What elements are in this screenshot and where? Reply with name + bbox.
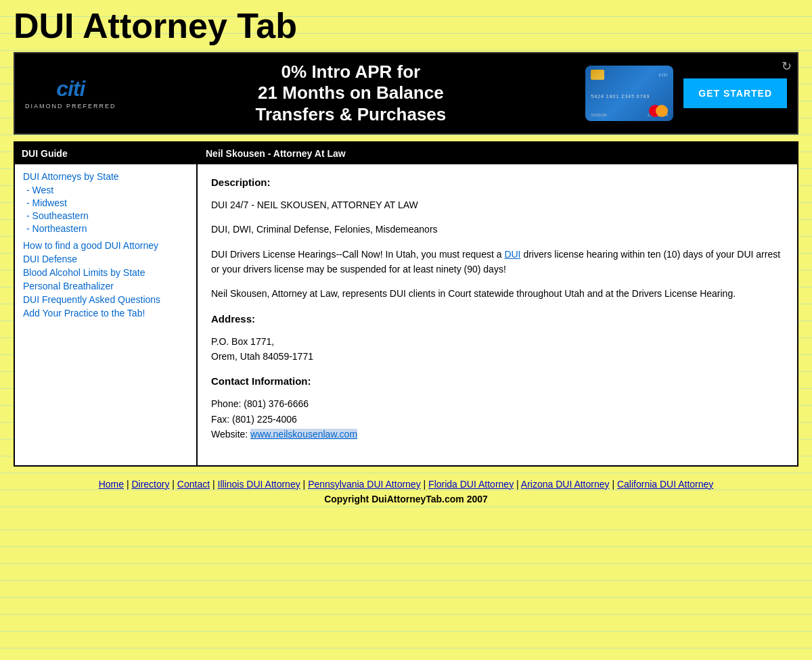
ad-banner: citi DIAMOND PREFERRED 0% Intro APR for … [14, 52, 798, 135]
page-header: DUI Attorney Tab [0, 0, 812, 49]
card-exp: 12/31/26 [591, 113, 606, 117]
website-link[interactable]: www.neilskousenlaw.com [250, 429, 357, 440]
footer-link-arizona[interactable]: Arizona DUI Attorney [521, 479, 610, 490]
sidebar-item-southeastern[interactable]: - Southeastern [26, 210, 188, 221]
citi-card-image: citi 5424 1801 2345 6789 12/31/26 L WALK… [585, 66, 673, 121]
footer-link-home[interactable]: Home [99, 479, 124, 490]
sidebar-item-northeastern[interactable]: - Northeastern [26, 223, 188, 234]
main-panel-header: Neil Skousen - Attorney At Law [198, 143, 797, 164]
sidebar-item-blood-alcohol[interactable]: Blood Alcohol Limits by State [23, 267, 188, 278]
address-label: Address: [211, 311, 784, 327]
footer-link-pennsylvania[interactable]: Pennsylvania DUI Attorney [308, 479, 421, 490]
sidebar-item-midwest[interactable]: - Midwest [26, 197, 188, 208]
desc3-pre: DUI Drivers License Hearings--Call Now! … [211, 249, 504, 260]
main-panel-content: Description: DUI 24/7 - NEIL SKOUSEN, AT… [198, 164, 797, 465]
copyright: Copyright DuiAttorneyTab.com 2007 [14, 494, 798, 504]
card-chip [591, 70, 604, 80]
sidebar-item-how-to-find[interactable]: How to find a good DUI Attorney [23, 240, 188, 251]
sidebar-item-dui-by-state[interactable]: DUI Attorneys by State [23, 171, 188, 182]
citi-logo: citi [56, 76, 85, 101]
desc-line4: Neil Skousen, Attorney at Law, represent… [211, 286, 784, 301]
sidebar-item-add-practice[interactable]: Add Your Practice to the Tab! [23, 308, 188, 319]
ad-headline-text: 0% Intro APR for 21 Months on Balance Tr… [130, 62, 572, 125]
ad-headline: 0% Intro APR for 21 Months on Balance Tr… [116, 62, 586, 125]
card-number: 5424 1801 2345 6789 [591, 94, 668, 99]
footer-link-california[interactable]: California DUI Attorney [617, 479, 713, 490]
footer: Home | Directory | Contact | Illinois DU… [14, 473, 798, 510]
mastercard-logo [649, 105, 668, 117]
desc-line1: DUI 24/7 - NEIL SKOUSEN, ATTORNEY AT LAW [211, 197, 784, 212]
contact-label: Contact Information: [211, 373, 784, 390]
address-line1: P.O. Box 1771, [211, 336, 274, 347]
site-title: DUI Attorney Tab [14, 7, 798, 45]
fax: Fax: (801) 225-4006 [211, 414, 297, 425]
ad-cta-area: citi 5424 1801 2345 6789 12/31/26 L WALK… [585, 66, 787, 121]
footer-link-directory[interactable]: Directory [131, 479, 169, 490]
desc-line3: DUI Drivers License Hearings--Call Now! … [211, 247, 784, 277]
dui-link[interactable]: DUI [504, 249, 520, 260]
footer-link-florida[interactable]: Florida DUI Attorney [428, 479, 514, 490]
get-started-button[interactable]: GET STARTED [683, 78, 787, 108]
website-pre: Website: [211, 429, 250, 440]
footer-links: Home | Directory | Contact | Illinois DU… [14, 479, 798, 490]
desc-line2: DUI, DWI, Criminal Defense, Felonies, Mi… [211, 222, 784, 237]
phone: Phone: (801) 376-6666 [211, 398, 309, 409]
contact-block: Phone: (801) 376-6666 Fax: (801) 225-400… [211, 396, 784, 442]
main-content-area: DUI Guide DUI Attorneys by State - West … [14, 141, 798, 467]
ad-brand: citi DIAMOND PREFERRED [25, 76, 116, 110]
address-line2: Orem, Utah 84059-1771 [211, 351, 313, 362]
ad-refresh-icon[interactable]: ↻ [782, 59, 792, 74]
sidebar: DUI Guide DUI Attorneys by State - West … [15, 143, 198, 465]
citi-subtitle: DIAMOND PREFERRED [25, 103, 116, 110]
footer-link-contact[interactable]: Contact [177, 479, 210, 490]
main-panel: Neil Skousen - Attorney At Law Descripti… [198, 143, 797, 465]
description-label: Description: [211, 174, 784, 191]
sidebar-header: DUI Guide [15, 143, 196, 164]
sidebar-item-dui-defense[interactable]: DUI Defense [23, 254, 188, 264]
mc-orange-circle [656, 105, 668, 117]
sidebar-item-west[interactable]: - West [26, 185, 188, 195]
sidebar-item-faq[interactable]: DUI Frequently Asked Questions [23, 294, 188, 305]
address-block: P.O. Box 1771, Orem, Utah 84059-1771 [211, 334, 784, 364]
sidebar-item-breathalizer[interactable]: Personal Breathalizer [23, 281, 188, 291]
footer-link-illinois[interactable]: Illinois DUI Attorney [218, 479, 300, 490]
sidebar-nav: DUI Attorneys by State - West - Midwest … [15, 164, 196, 331]
